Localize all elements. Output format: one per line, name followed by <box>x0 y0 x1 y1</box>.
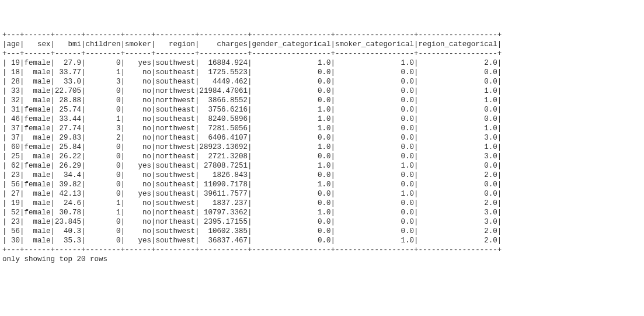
table-border-top: +---+------+------+--------+------+-----… <box>2 31 502 39</box>
table-body: | 19|female| 27.9| 0| yes|southwest| 168… <box>2 59 502 245</box>
table-header-row: |age| sex| bmi|children|smoker| region| … <box>2 40 502 48</box>
table-border-bottom: +---+------+------+--------+------+-----… <box>2 246 502 254</box>
ascii-table-output: +---+------+------+--------+------+-----… <box>2 30 502 264</box>
footer-text: only showing top 20 rows <box>2 255 107 263</box>
table-border-mid: +---+------+------+--------+------+-----… <box>2 50 502 58</box>
